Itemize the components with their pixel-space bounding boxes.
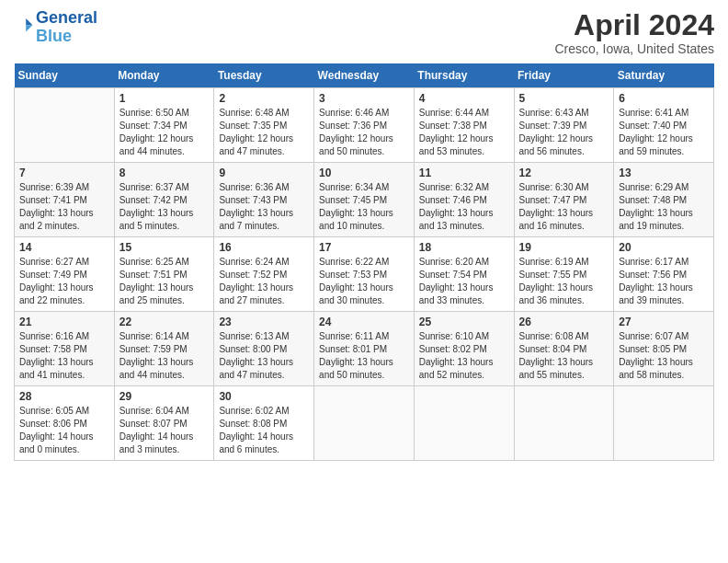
calendar-cell: 7Sunrise: 6:39 AMSunset: 7:41 PMDaylight…: [15, 163, 115, 237]
week-row-3: 14Sunrise: 6:27 AMSunset: 7:49 PMDayligh…: [15, 237, 714, 312]
logo-text: General Blue: [36, 9, 97, 46]
day-number: 9: [219, 167, 309, 179]
day-number: 22: [119, 316, 210, 328]
day-info: Sunrise: 6:27 AMSunset: 7:49 PMDaylight:…: [19, 256, 109, 307]
calendar-cell: 10Sunrise: 6:34 AMSunset: 7:45 PMDayligh…: [314, 163, 415, 237]
calendar-cell: 28Sunrise: 6:05 AMSunset: 8:06 PMDayligh…: [15, 386, 115, 461]
day-info: Sunrise: 6:08 AMSunset: 8:04 PMDaylight:…: [519, 330, 609, 382]
calendar-cell: [614, 386, 714, 461]
calendar-cell: 17Sunrise: 6:22 AMSunset: 7:53 PMDayligh…: [314, 237, 415, 312]
day-info: Sunrise: 6:11 AMSunset: 8:01 PMDaylight:…: [319, 330, 409, 382]
weekday-saturday: Saturday: [614, 63, 714, 88]
day-info: Sunrise: 6:20 AMSunset: 7:54 PMDaylight:…: [419, 256, 509, 307]
day-number: 20: [619, 241, 709, 254]
calendar-cell: 13Sunrise: 6:29 AMSunset: 7:48 PMDayligh…: [614, 163, 714, 237]
day-number: 17: [319, 241, 409, 254]
day-number: 4: [419, 92, 509, 105]
logo: General Blue: [14, 9, 97, 46]
svg-marker-1: [26, 25, 32, 31]
day-number: 14: [19, 241, 109, 254]
calendar-cell: [414, 386, 514, 461]
day-info: Sunrise: 6:16 AMSunset: 7:58 PMDaylight:…: [19, 330, 109, 382]
day-info: Sunrise: 6:24 AMSunset: 7:52 PMDaylight:…: [219, 256, 309, 307]
day-info: Sunrise: 6:02 AMSunset: 8:08 PMDaylight:…: [219, 405, 309, 456]
month-title: April 2024: [554, 9, 714, 41]
calendar-cell: 15Sunrise: 6:25 AMSunset: 7:51 PMDayligh…: [114, 237, 214, 312]
calendar-cell: 20Sunrise: 6:17 AMSunset: 7:56 PMDayligh…: [614, 237, 714, 312]
day-number: 26: [519, 316, 609, 328]
weekday-sunday: Sunday: [15, 63, 115, 88]
day-number: 3: [319, 92, 409, 105]
day-number: 5: [519, 92, 609, 105]
week-row-1: 1Sunrise: 6:50 AMSunset: 7:34 PMDaylight…: [15, 88, 714, 163]
day-info: Sunrise: 6:37 AMSunset: 7:42 PMDaylight:…: [119, 181, 210, 233]
logo-line2: Blue: [36, 27, 72, 45]
day-number: 18: [419, 241, 509, 254]
day-number: 25: [419, 316, 509, 328]
week-row-5: 28Sunrise: 6:05 AMSunset: 8:06 PMDayligh…: [15, 386, 714, 461]
day-number: 28: [19, 390, 109, 403]
calendar-cell: 21Sunrise: 6:16 AMSunset: 7:58 PMDayligh…: [15, 312, 115, 386]
day-info: Sunrise: 6:07 AMSunset: 8:05 PMDaylight:…: [619, 330, 709, 382]
location: Cresco, Iowa, United States: [554, 41, 714, 56]
calendar-cell: 6Sunrise: 6:41 AMSunset: 7:40 PMDaylight…: [614, 88, 714, 163]
day-number: 2: [219, 92, 309, 105]
weekday-monday: Monday: [114, 63, 214, 88]
day-number: 11: [419, 167, 509, 179]
day-number: 29: [119, 390, 210, 403]
day-info: Sunrise: 6:41 AMSunset: 7:40 PMDaylight:…: [619, 107, 709, 158]
calendar-cell: [514, 386, 614, 461]
calendar-cell: 8Sunrise: 6:37 AMSunset: 7:42 PMDaylight…: [114, 163, 214, 237]
calendar-cell: 12Sunrise: 6:30 AMSunset: 7:47 PMDayligh…: [514, 163, 614, 237]
day-info: Sunrise: 6:34 AMSunset: 7:45 PMDaylight:…: [319, 181, 409, 233]
day-number: 21: [19, 316, 109, 328]
calendar-cell: 2Sunrise: 6:48 AMSunset: 7:35 PMDaylight…: [214, 88, 314, 163]
calendar-cell: 11Sunrise: 6:32 AMSunset: 7:46 PMDayligh…: [414, 163, 514, 237]
day-info: Sunrise: 6:14 AMSunset: 7:59 PMDaylight:…: [119, 330, 210, 382]
calendar-cell: 23Sunrise: 6:13 AMSunset: 8:00 PMDayligh…: [214, 312, 314, 386]
day-info: Sunrise: 6:46 AMSunset: 7:36 PMDaylight:…: [319, 107, 409, 158]
calendar-cell: 18Sunrise: 6:20 AMSunset: 7:54 PMDayligh…: [414, 237, 514, 312]
day-info: Sunrise: 6:04 AMSunset: 8:07 PMDaylight:…: [119, 405, 210, 456]
calendar-cell: 29Sunrise: 6:04 AMSunset: 8:07 PMDayligh…: [114, 386, 214, 461]
day-info: Sunrise: 6:30 AMSunset: 7:47 PMDaylight:…: [519, 181, 609, 233]
calendar-cell: 14Sunrise: 6:27 AMSunset: 7:49 PMDayligh…: [15, 237, 115, 312]
calendar-cell: 27Sunrise: 6:07 AMSunset: 8:05 PMDayligh…: [614, 312, 714, 386]
day-number: 12: [519, 167, 609, 179]
title-block: April 2024 Cresco, Iowa, United States: [554, 9, 714, 56]
weekday-wednesday: Wednesday: [314, 63, 415, 88]
day-info: Sunrise: 6:36 AMSunset: 7:43 PMDaylight:…: [219, 181, 309, 233]
day-number: 7: [19, 167, 109, 179]
calendar-body: 1Sunrise: 6:50 AMSunset: 7:34 PMDaylight…: [15, 88, 714, 461]
weekday-header-row: SundayMondayTuesdayWednesdayThursdayFrid…: [15, 63, 714, 88]
day-number: 1: [119, 92, 210, 105]
calendar-cell: 16Sunrise: 6:24 AMSunset: 7:52 PMDayligh…: [214, 237, 314, 312]
calendar-table: SundayMondayTuesdayWednesdayThursdayFrid…: [14, 63, 714, 461]
calendar-cell: 1Sunrise: 6:50 AMSunset: 7:34 PMDaylight…: [114, 88, 214, 163]
day-info: Sunrise: 6:32 AMSunset: 7:46 PMDaylight:…: [419, 181, 509, 233]
logo-line1: General: [36, 8, 97, 27]
day-info: Sunrise: 6:44 AMSunset: 7:38 PMDaylight:…: [419, 107, 509, 158]
weekday-tuesday: Tuesday: [214, 63, 314, 88]
day-info: Sunrise: 6:22 AMSunset: 7:53 PMDaylight:…: [319, 256, 409, 307]
day-info: Sunrise: 6:25 AMSunset: 7:51 PMDaylight:…: [119, 256, 210, 307]
day-info: Sunrise: 6:39 AMSunset: 7:41 PMDaylight:…: [19, 181, 109, 233]
calendar-cell: 24Sunrise: 6:11 AMSunset: 8:01 PMDayligh…: [314, 312, 415, 386]
day-info: Sunrise: 6:29 AMSunset: 7:48 PMDaylight:…: [619, 181, 709, 233]
calendar-cell: 19Sunrise: 6:19 AMSunset: 7:55 PMDayligh…: [514, 237, 614, 312]
day-info: Sunrise: 6:48 AMSunset: 7:35 PMDaylight:…: [219, 107, 309, 158]
day-number: 16: [219, 241, 309, 254]
calendar-cell: 3Sunrise: 6:46 AMSunset: 7:36 PMDaylight…: [314, 88, 415, 163]
day-number: 23: [219, 316, 309, 328]
calendar-cell: 9Sunrise: 6:36 AMSunset: 7:43 PMDaylight…: [214, 163, 314, 237]
page-header: General Blue April 2024 Cresco, Iowa, Un…: [14, 9, 714, 56]
calendar-cell: 26Sunrise: 6:08 AMSunset: 8:04 PMDayligh…: [514, 312, 614, 386]
day-number: 10: [319, 167, 409, 179]
day-info: Sunrise: 6:13 AMSunset: 8:00 PMDaylight:…: [219, 330, 309, 382]
calendar-cell: 22Sunrise: 6:14 AMSunset: 7:59 PMDayligh…: [114, 312, 214, 386]
day-info: Sunrise: 6:10 AMSunset: 8:02 PMDaylight:…: [419, 330, 509, 382]
calendar-cell: 30Sunrise: 6:02 AMSunset: 8:08 PMDayligh…: [214, 386, 314, 461]
day-info: Sunrise: 6:19 AMSunset: 7:55 PMDaylight:…: [519, 256, 609, 307]
weekday-thursday: Thursday: [414, 63, 514, 88]
day-number: 30: [219, 390, 309, 403]
